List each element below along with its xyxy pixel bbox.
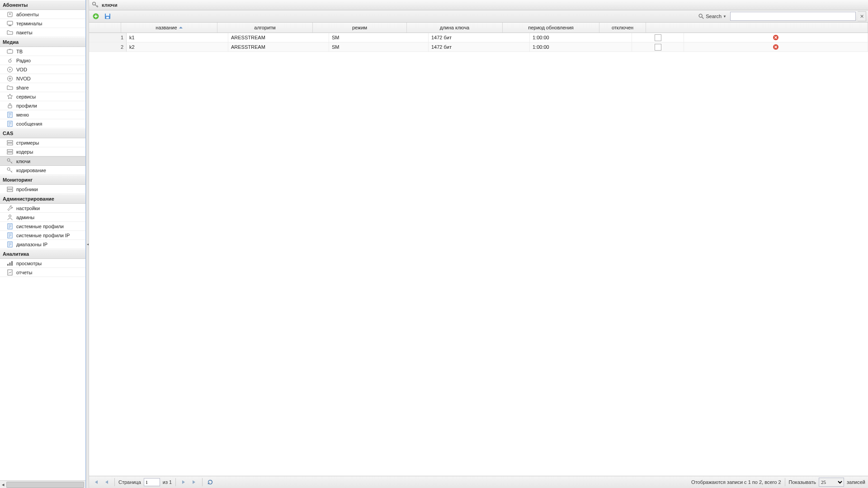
chevron-left-icon: ◂	[87, 242, 89, 246]
cell-rownum: 2	[89, 42, 127, 52]
disabled-checkbox[interactable]	[655, 44, 661, 51]
svg-rect-13	[7, 150, 13, 151]
sidebar-scrollbar[interactable]: ◂ ▸	[0, 480, 85, 488]
sidebar-item[interactable]: терминалы	[0, 19, 85, 28]
form-icon	[6, 120, 14, 127]
svg-rect-14	[7, 152, 13, 154]
svg-rect-17	[7, 187, 13, 189]
page-size-label: Показывать	[789, 479, 816, 485]
tv-icon	[6, 48, 14, 55]
sidebar-item[interactable]: системные профили	[0, 222, 85, 231]
sidebar-group-header[interactable]: Мониторинг	[0, 175, 85, 185]
sidebar-item[interactable]: кодирование	[0, 166, 85, 175]
page-size-select[interactable]: 25	[819, 478, 844, 487]
grid-header: название алгоритм режим длина ключа пери…	[89, 23, 868, 33]
sidebar-item[interactable]: ключи	[0, 156, 85, 166]
sidebar-tree: АбонентыабонентытерминалыпакетыМедиаТВРа…	[0, 0, 85, 480]
page-of-label: из 1	[163, 479, 172, 485]
sidebar-item[interactable]: share	[0, 83, 85, 92]
sidebar-item[interactable]: сервисы	[0, 92, 85, 101]
sidebar-item[interactable]: NVOD	[0, 74, 85, 83]
page-last-button[interactable]	[190, 478, 198, 486]
search-label: Search	[706, 14, 722, 19]
cell-mode: SM	[329, 42, 429, 52]
scroll-left-icon[interactable]: ◂	[0, 481, 6, 488]
svg-point-1	[9, 13, 11, 14]
sidebar-group-header[interactable]: CAS	[0, 128, 85, 138]
form-icon	[6, 223, 14, 230]
search-clear-button[interactable]: ✕	[858, 11, 866, 21]
col-actions	[646, 23, 868, 33]
user-icon	[6, 11, 14, 18]
col-name[interactable]: название	[121, 23, 217, 33]
sidebar-group-header[interactable]: Абоненты	[0, 0, 85, 10]
sidebar-item[interactable]: пакеты	[0, 28, 85, 37]
table-row[interactable]: 2k2ARESSTREAMSM1472 бит1:00:00	[89, 42, 868, 52]
sidebar-item[interactable]: Радио	[0, 56, 85, 65]
delete-button[interactable]	[773, 44, 779, 50]
sidebar-item[interactable]: пробники	[0, 185, 85, 194]
sidebar-item[interactable]: системные профили IP	[0, 231, 85, 240]
add-button[interactable]	[91, 11, 101, 21]
col-update-period[interactable]: период обновления	[503, 23, 599, 33]
cell-algorithm: ARESSTREAM	[228, 42, 329, 52]
table-row[interactable]: 1k1ARESSTREAMSM1472 бит1:00:00	[89, 33, 868, 42]
svg-rect-4	[7, 50, 13, 53]
search-input[interactable]	[730, 12, 856, 21]
delete-button[interactable]	[773, 34, 779, 41]
panel-title: ключи	[102, 2, 118, 8]
cell-name: k2	[127, 42, 228, 52]
cell-update-period: 1:00:00	[530, 33, 632, 42]
panel-header: ключи	[89, 0, 868, 10]
cell-update-period: 1:00:00	[530, 42, 632, 52]
sidebar-item-label: share	[16, 85, 29, 90]
col-rownum[interactable]	[89, 23, 121, 33]
admin-icon	[6, 214, 14, 221]
col-mode[interactable]: режим	[313, 23, 407, 33]
sidebar-item[interactable]: меню	[0, 110, 85, 119]
sidebar-item-label: настройки	[16, 206, 40, 211]
sidebar-collapse-handle[interactable]: ◂	[86, 0, 89, 488]
sidebar-item-label: системные профили	[16, 224, 64, 229]
nvod-icon	[6, 75, 14, 82]
sidebar-item[interactable]: VOD	[0, 65, 85, 74]
col-keylength[interactable]: длина ключа	[407, 23, 503, 33]
vod-icon	[6, 66, 14, 73]
page-input[interactable]	[144, 478, 160, 486]
svg-rect-25	[11, 261, 13, 266]
sidebar-group-header[interactable]: Администрирование	[0, 194, 85, 204]
svg-rect-12	[7, 143, 13, 145]
sidebar-item[interactable]: просмотры	[0, 259, 85, 268]
sidebar-item[interactable]: кодеры	[0, 147, 85, 156]
sidebar-group-header[interactable]: Аналитика	[0, 249, 85, 259]
sidebar-item[interactable]: диапазоны IP	[0, 240, 85, 249]
sidebar-item[interactable]: стримеры	[0, 138, 85, 147]
search-button[interactable]: Search ▼	[696, 12, 728, 20]
cell-algorithm: ARESSTREAM	[228, 33, 329, 42]
page-next-button[interactable]	[179, 478, 188, 486]
col-disabled[interactable]: отключен	[599, 23, 646, 33]
page-prev-button[interactable]	[103, 478, 111, 486]
records-label: записей	[847, 479, 865, 485]
cell-mode: SM	[329, 33, 429, 42]
disabled-checkbox[interactable]	[655, 34, 661, 41]
sidebar-group-header[interactable]: Медиа	[0, 37, 85, 47]
star-icon	[6, 93, 14, 100]
sidebar-item[interactable]: ТВ	[0, 47, 85, 56]
sidebar-item[interactable]: настройки	[0, 204, 85, 213]
refresh-button[interactable]	[206, 478, 214, 486]
sidebar-item[interactable]: отчеты	[0, 268, 85, 277]
sidebar-item-label: стримеры	[16, 140, 39, 145]
scroll-track[interactable]	[6, 481, 79, 488]
svg-rect-11	[7, 141, 13, 142]
page-first-button[interactable]	[92, 478, 100, 486]
col-algorithm[interactable]: алгоритм	[217, 23, 313, 33]
lock-icon	[6, 102, 14, 109]
sidebar-item[interactable]: абоненты	[0, 10, 85, 19]
sidebar-item[interactable]: админы	[0, 213, 85, 222]
sidebar-item[interactable]: сообщения	[0, 119, 85, 128]
paging-toolbar: Страница из 1 Отображаются записи с 1 по…	[89, 476, 868, 488]
sidebar-item[interactable]: профили	[0, 101, 85, 110]
save-button[interactable]	[103, 11, 113, 21]
scroll-thumb[interactable]	[6, 482, 84, 488]
